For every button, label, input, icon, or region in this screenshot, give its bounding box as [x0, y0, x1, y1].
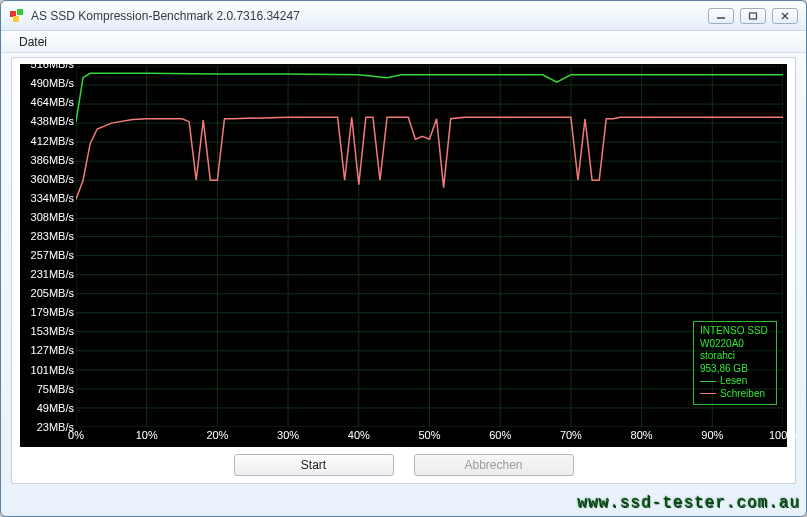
y-tick: 179MB/s	[31, 306, 74, 318]
cancel-button: Abbrechen	[414, 454, 574, 476]
watermark: www.ssd-tester.com.au	[577, 494, 800, 512]
close-button[interactable]	[772, 8, 798, 24]
y-tick: 257MB/s	[31, 249, 74, 261]
plot-svg	[76, 66, 783, 427]
x-tick: 90%	[701, 429, 723, 441]
x-axis: 0%10%20%30%40%50%60%70%80%90%100%	[76, 429, 783, 445]
y-tick: 127MB/s	[31, 344, 74, 356]
legend-write: Schreiben	[700, 388, 770, 401]
maximize-button[interactable]	[740, 8, 766, 24]
menu-file[interactable]: Datei	[11, 33, 55, 51]
x-tick: 100%	[769, 429, 797, 441]
svg-rect-2	[13, 16, 19, 22]
y-tick: 360MB/s	[31, 173, 74, 185]
minimize-button[interactable]	[708, 8, 734, 24]
y-tick: 283MB/s	[31, 230, 74, 242]
legend-device: INTENSO SSD	[700, 325, 770, 338]
legend-read: Lesen	[700, 375, 770, 388]
x-tick: 60%	[489, 429, 511, 441]
app-icon	[9, 8, 25, 24]
svg-rect-1	[17, 9, 23, 15]
y-tick: 412MB/s	[31, 135, 74, 147]
button-row: Start Abbrechen	[12, 451, 795, 479]
x-tick: 0%	[68, 429, 84, 441]
y-tick: 75MB/s	[37, 383, 74, 395]
y-tick: 231MB/s	[31, 268, 74, 280]
legend-read-label: Lesen	[720, 375, 747, 388]
y-tick: 308MB/s	[31, 211, 74, 223]
x-tick: 70%	[560, 429, 582, 441]
chart-area: 516MB/s490MB/s464MB/s438MB/s412MB/s386MB…	[20, 64, 787, 447]
legend-capacity: 953,86 GB	[700, 363, 770, 376]
y-tick: 386MB/s	[31, 154, 74, 166]
content-panel: 516MB/s490MB/s464MB/s438MB/s412MB/s386MB…	[11, 57, 796, 484]
y-tick: 153MB/s	[31, 325, 74, 337]
legend-driver: storahci	[700, 350, 770, 363]
legend: INTENSO SSD W0220A0 storahci 953,86 GB L…	[693, 321, 777, 405]
legend-firmware: W0220A0	[700, 338, 770, 351]
menubar: Datei	[1, 31, 806, 53]
x-tick: 50%	[418, 429, 440, 441]
x-tick: 30%	[277, 429, 299, 441]
x-tick: 10%	[136, 429, 158, 441]
y-tick: 334MB/s	[31, 192, 74, 204]
plot: INTENSO SSD W0220A0 storahci 953,86 GB L…	[76, 66, 783, 427]
x-tick: 80%	[631, 429, 653, 441]
start-button[interactable]: Start	[234, 454, 394, 476]
y-tick: 438MB/s	[31, 115, 74, 127]
y-tick: 49MB/s	[37, 402, 74, 414]
legend-write-label: Schreiben	[720, 388, 765, 401]
y-tick: 464MB/s	[31, 96, 74, 108]
y-tick: 101MB/s	[31, 364, 74, 376]
window-title: AS SSD Kompression-Benchmark 2.0.7316.34…	[31, 9, 708, 23]
y-tick: 516MB/s	[31, 58, 74, 70]
x-tick: 20%	[206, 429, 228, 441]
svg-rect-4	[750, 13, 757, 19]
window-controls	[708, 8, 798, 24]
app-window: AS SSD Kompression-Benchmark 2.0.7316.34…	[0, 0, 807, 517]
titlebar[interactable]: AS SSD Kompression-Benchmark 2.0.7316.34…	[1, 1, 806, 31]
y-axis: 516MB/s490MB/s464MB/s438MB/s412MB/s386MB…	[20, 64, 76, 427]
legend-read-swatch	[700, 381, 716, 382]
x-tick: 40%	[348, 429, 370, 441]
y-tick: 490MB/s	[31, 77, 74, 89]
y-tick: 205MB/s	[31, 287, 74, 299]
legend-write-swatch	[700, 393, 716, 394]
